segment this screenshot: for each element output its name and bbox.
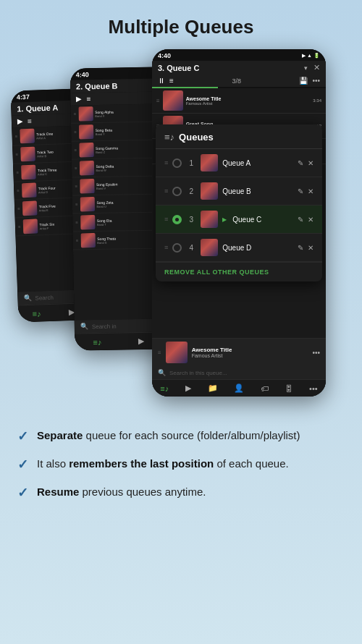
now-playing-title: Awesome Title <box>192 347 308 353</box>
queue-nav-icon-p2[interactable]: ≡♪ <box>93 337 101 346</box>
queue-num: 2 <box>186 187 196 195</box>
play-btn-p2[interactable]: ▶ <box>76 95 82 103</box>
drag-icon: ≡ <box>74 112 77 116</box>
play-icon-sm3: ▶ ▲ 🔋 <box>302 53 320 59</box>
eq-nav-icon-p3[interactable]: 🎛 <box>285 384 292 393</box>
sort-btn-p3[interactable]: ≡ <box>169 77 174 85</box>
queue-nav-icon[interactable]: ≡♪ <box>32 309 41 318</box>
drag-icon: ≡ <box>74 130 77 134</box>
drag-icon: ≡ <box>75 166 77 170</box>
queue-num: 4 <box>186 244 196 252</box>
checkmark-icon-1: ✓ <box>17 428 28 444</box>
more-icon[interactable]: ••• <box>312 77 320 85</box>
track-artist: Famous Artist <box>186 101 311 106</box>
drag-icon-np: ≡ <box>158 349 161 356</box>
queue-radio-c[interactable] <box>172 215 182 224</box>
queue-radio-d[interactable] <box>172 243 182 253</box>
queue-row-d[interactable]: ≡ 4 Queue D ✎ ✕ <box>156 234 322 262</box>
feature-item-3: ✓ Resume previous queues anytime. <box>17 484 345 501</box>
track-thumbnail <box>21 165 36 180</box>
edit-icon[interactable]: ✎ <box>298 159 303 167</box>
play-btn-p1[interactable]: ▶ <box>17 117 23 125</box>
drag-icon: ≡ <box>156 98 160 104</box>
folder-nav-icon-p3[interactable]: 📁 <box>208 384 218 393</box>
queue-nav-icon-p3[interactable]: ≡♪ <box>160 384 169 393</box>
search-icon: 🔍 <box>80 323 88 330</box>
track-thumbnail <box>80 233 95 247</box>
play-nav-icon-p3[interactable]: ▶ <box>185 384 191 393</box>
now-playing-strip: ≡ Awesome Title Famous Artist ••• <box>152 338 326 366</box>
delete-icon[interactable]: ✕ <box>308 159 313 167</box>
queue-name-c: Queue C <box>232 216 293 224</box>
pause-btn-p3[interactable]: ⏸ <box>158 77 165 85</box>
search-placeholder: Search <box>35 294 54 301</box>
queue-name-a: Queue A <box>222 159 293 167</box>
checkmark-icon-2: ✓ <box>17 457 28 473</box>
track-thumbnail <box>22 201 37 216</box>
queue-thumbnail-c <box>201 211 218 228</box>
now-playing-thumbnail <box>166 342 188 363</box>
phone-3-status-icons: ▶ ▲ 🔋 <box>302 53 320 59</box>
remove-all-queues-button[interactable]: REMOVE ALL OTHER QUEUES <box>156 262 322 281</box>
feature-bold-2: remembers the last position <box>69 457 214 470</box>
queue-thumbnail-a <box>201 154 218 171</box>
edit-icon[interactable]: ✎ <box>298 244 303 252</box>
queue-row-b[interactable]: ≡ 2 Queue B ✎ ✕ <box>156 177 322 206</box>
track-thumbnail <box>163 90 183 111</box>
chevron-down-icon[interactable]: ▾ <box>304 64 308 72</box>
sort-btn-p2[interactable]: ≡ <box>86 95 90 103</box>
feature-item-2: ✓ It also remembers the last position of… <box>17 456 345 473</box>
queue-thumbnail-b <box>201 182 218 200</box>
drag-icon: ≡ <box>16 170 19 174</box>
delete-icon[interactable]: ✕ <box>308 216 313 224</box>
feature-item-1: ✓ Separate queue for each source (folder… <box>17 428 345 444</box>
delete-icon[interactable]: ✕ <box>308 244 313 252</box>
drag-icon: ≡ <box>76 238 79 242</box>
popup-title: Queues <box>179 132 214 143</box>
edit-icon[interactable]: ✎ <box>298 187 303 195</box>
track-thumbnail <box>79 161 93 175</box>
phone-3-screen: 4:40 ▶ ▲ 🔋 3. Queue C ▾ ✕ ⏸ ≡ 3/8 💾 ••• <box>152 49 326 397</box>
more-options-icon[interactable]: ••• <box>312 349 320 357</box>
phone-stack: 4:37 ▶ 1. Queue A ▶ ≡ ≡ Track One Artist <box>0 46 362 415</box>
queue-row-a[interactable]: ≡ 1 Queue A ✎ ✕ <box>156 149 322 177</box>
drag-icon: ≡ <box>164 159 168 166</box>
sort-btn-p1[interactable]: ≡ <box>28 117 32 125</box>
save-icon[interactable]: 💾 <box>299 77 308 85</box>
search-placeholder-p3: Search in this queue... <box>169 370 227 376</box>
more-nav-icon-p3[interactable]: ••• <box>309 384 318 393</box>
close-icon[interactable]: ✕ <box>313 63 320 72</box>
edit-icon[interactable]: ✎ <box>298 216 303 224</box>
phone-3-queue-bar: 3. Queue C ▾ ✕ <box>152 61 326 75</box>
queue-thumbnail-d <box>201 239 218 256</box>
feature-bold-3: Resume <box>37 486 79 498</box>
queue-name-d: Queue D <box>222 244 293 252</box>
queues-list-icon: ≡♪ <box>164 132 174 143</box>
delete-icon[interactable]: ✕ <box>308 187 313 195</box>
search-icon: 🔍 <box>23 295 31 302</box>
person-nav-icon-p3[interactable]: 👤 <box>234 384 244 393</box>
drag-icon: ≡ <box>18 224 21 229</box>
phone-3-search-bar[interactable]: 🔍 Search in this queue... <box>152 366 326 379</box>
queue-name-b: Queue B <box>222 187 293 195</box>
play-nav-icon-p2[interactable]: ▶ <box>138 336 144 346</box>
phone-3-queue-name: 3. Queue C <box>158 64 301 72</box>
track-count: 3/8 <box>178 77 295 85</box>
queue-row-c[interactable]: ≡ 3 ▶ Queue C ✎ ✕ <box>156 206 322 234</box>
page-title: Multiple Queues <box>0 0 362 46</box>
tag-nav-icon-p3[interactable]: 🏷 <box>261 384 269 393</box>
queue-radio-b[interactable] <box>172 187 182 196</box>
track-thumbnail <box>78 124 93 139</box>
track-thumbnail <box>21 183 36 198</box>
track-thumbnail <box>79 143 93 157</box>
play-indicator: ▶ <box>222 216 227 223</box>
queue-num: 3 <box>186 216 196 224</box>
queue-radio-a[interactable] <box>172 158 182 168</box>
track-thumbnail <box>20 129 35 144</box>
track-duration: 3:34 <box>313 98 321 103</box>
checkmark-icon-3: ✓ <box>17 485 28 501</box>
feature-text-1: Separate queue for each source (folder/a… <box>37 428 300 444</box>
drag-icon: ≡ <box>75 148 77 152</box>
drag-icon: ≡ <box>15 134 18 138</box>
drag-icon: ≡ <box>17 188 20 192</box>
